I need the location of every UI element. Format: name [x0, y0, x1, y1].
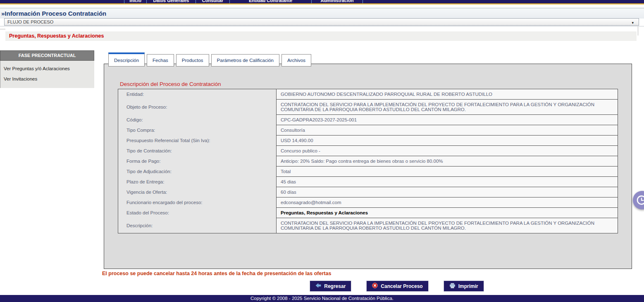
field-label: Tipo de Adjudicación: — [118, 166, 277, 177]
cancel-deadline-warning: El proceso se puede cancelar hasta 24 ho… — [102, 271, 331, 276]
field-label: Tipo Compra: — [118, 125, 277, 136]
nav-item-entidad-contratante[interactable]: Entidad Contratante — [229, 0, 311, 3]
field-value: Anticipo: 20% Saldo: Pago contra entrega… — [277, 156, 618, 166]
printer-icon — [449, 283, 456, 290]
process-flow-select[interactable]: FLUJO DE PROCESO ▾ — [4, 18, 639, 26]
action-button-row: Regresar Cancelar Proceso Imprimir — [0, 281, 644, 292]
table-row: Forma de Pago: Anticipo: 20% Saldo: Pago… — [118, 156, 618, 166]
process-details-table: Entidad: GOBIERNO AUTONOMO DESCENTRALIZA… — [118, 89, 618, 233]
table-row: Tipo de Adjudicación: Total — [118, 166, 618, 177]
field-label: Presupuesto Referencial Total (Sin Iva): — [118, 136, 277, 146]
field-value: 60 días — [277, 187, 618, 197]
field-value: 45 dias — [277, 177, 618, 187]
field-value: edconsagrado@hotmail.com — [277, 197, 618, 208]
cancel-icon — [372, 283, 378, 290]
top-navigation-bar: Inicio Datos Generales Consultar Entidad… — [0, 0, 644, 3]
field-value: Consultoría — [277, 125, 618, 136]
field-label: Objeto de Proceso: — [118, 100, 277, 115]
footer: Copyright © 2008 - 2025 Servicio Naciona… — [0, 295, 644, 302]
nav-menu: Inicio Datos Generales Consultar Entidad… — [124, 0, 363, 3]
field-label: Forma de Pago: — [118, 156, 277, 166]
field-value: CONTRATACION DEL SERVICIO PARA LA IMPLEM… — [277, 218, 618, 233]
fieldset-border-right — [638, 26, 638, 36]
horizontal-divider — [0, 26, 644, 26]
tab-productos[interactable]: Productos — [176, 54, 209, 67]
regresar-button-label: Regresar — [324, 283, 346, 289]
field-value: CONTRATACION DEL SERVICIO PARA LA IMPLEM… — [277, 100, 618, 115]
process-status-banner: Preguntas, Respuestas y Aclaraciones — [5, 31, 637, 41]
sidebar-header-fase-precontractual: FASE PRECONTRACTUAL — [0, 50, 94, 61]
sidebar-item-ver-preguntas[interactable]: Ver Preguntas y/ó Aclaraciones — [0, 64, 94, 74]
regresar-button[interactable]: Regresar — [310, 281, 351, 292]
nav-item-consultar[interactable]: Consultar — [196, 0, 229, 3]
table-row: Tipo Compra: Consultoría — [118, 125, 618, 136]
sidebar-body: Ver Preguntas y/ó Aclaraciones Ver Invit… — [0, 61, 94, 88]
tab-fechas[interactable]: Fechas — [147, 54, 174, 67]
sidebar: FASE PRECONTRACTUAL Ver Preguntas y/ó Ac… — [0, 50, 94, 88]
table-row: Presupuesto Referencial Total (Sin Iva):… — [118, 136, 618, 146]
page-title: »Información Proceso Contratación — [1, 8, 106, 19]
dropdown-arrow-icon[interactable]: ▾ — [632, 19, 634, 26]
section-title: Descripción del Proceso de Contratación — [120, 81, 221, 87]
cancelar-proceso-button-label: Cancelar Proceso — [381, 283, 422, 289]
tab-descripcion[interactable]: Descripción — [108, 52, 145, 67]
field-label: Vigencia de Oferta: — [118, 187, 277, 197]
tab-archivos[interactable]: Archivos — [281, 54, 311, 67]
clock-icon — [636, 193, 644, 208]
table-row-estado: Estado del Proceso: Preguntas, Respuesta… — [118, 208, 618, 218]
imprimir-button-label: Imprimir — [458, 283, 478, 289]
back-arrow-icon — [315, 283, 321, 289]
tab-parametros-calificacion[interactable]: Parámetros de Calificación — [211, 54, 279, 67]
sidebar-item-ver-invitaciones[interactable]: Ver Invitaciones — [0, 74, 94, 84]
field-label: Tipo de Contratación: — [118, 146, 277, 156]
field-value: GOBIERNO AUTONOMO DESCENTRALIZADO PARROQ… — [277, 89, 618, 100]
table-row: Vigencia de Oferta: 60 días — [118, 187, 618, 197]
copyright-text: Copyright © 2008 - 2025 Servicio Naciona… — [250, 296, 394, 301]
gold-divider — [0, 3, 644, 5]
imprimir-button[interactable]: Imprimir — [444, 281, 484, 292]
table-row: Entidad: GOBIERNO AUTONOMO DESCENTRALIZA… — [118, 89, 618, 100]
field-value: CPC-GADPRA2023-2027-2025-001 — [277, 115, 618, 125]
field-label: Plazo de Entrega: — [118, 177, 277, 187]
fieldset-border-left — [0, 29, 5, 29]
table-row: Tipo de Contratación: Concurso publico - — [118, 146, 618, 156]
table-row: Plazo de Entrega: 45 dias — [118, 177, 618, 187]
table-row: Objeto de Proceso: CONTRATACION DEL SERV… — [118, 100, 618, 115]
field-value: USD 14,490.00 — [277, 136, 618, 146]
table-row: Código: CPC-GADPRA2023-2027-2025-001 — [118, 115, 618, 125]
field-label: Funcionario encargado del proceso: — [118, 197, 277, 208]
field-label: Estado del Proceso: — [118, 208, 277, 218]
title-band: »Información Proceso Contratación — [0, 8, 644, 19]
field-value: Concurso publico - — [277, 146, 618, 156]
table-row: Descripción: CONTRATACION DEL SERVICIO P… — [118, 218, 618, 233]
nav-item-administracion[interactable]: Administración — [311, 0, 363, 3]
process-status-text: Preguntas, Respuestas y Aclaraciones — [5, 31, 637, 41]
field-value: Total — [277, 166, 618, 177]
nav-item-inicio[interactable]: Inicio — [124, 0, 146, 3]
nav-item-datos-generales[interactable]: Datos Generales — [146, 0, 196, 3]
floating-history-widget[interactable] — [633, 191, 644, 209]
process-flow-select-value: FLUJO DE PROCESO — [7, 19, 53, 24]
tab-bar: Descripción Fechas Productos Parámetros … — [108, 52, 311, 67]
field-value-estado: Preguntas, Respuestas y Aclaraciones — [277, 208, 618, 218]
field-label: Descripción: — [118, 218, 277, 233]
table-row: Funcionario encargado del proceso: edcon… — [118, 197, 618, 208]
cancelar-proceso-button[interactable]: Cancelar Proceso — [366, 281, 428, 292]
field-label: Entidad: — [118, 89, 277, 100]
field-label: Código: — [118, 115, 277, 125]
